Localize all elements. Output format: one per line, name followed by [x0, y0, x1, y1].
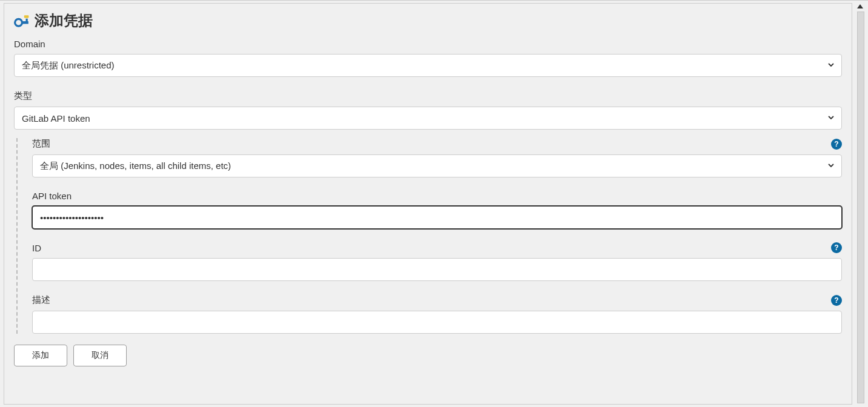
id-input[interactable] — [32, 258, 842, 281]
kind-label: 类型 — [14, 90, 842, 102]
api-token-label: API token — [32, 191, 842, 201]
dialog-title-row: 添加凭据 — [14, 11, 842, 30]
key-icon — [14, 14, 30, 27]
id-label: ID — [32, 243, 41, 253]
domain-select[interactable]: 全局凭据 (unrestricted) — [14, 54, 842, 77]
add-credentials-dialog: 添加凭据 Domain 全局凭据 (unrestricted) 类型 GitLa… — [4, 3, 852, 405]
domain-label: Domain — [14, 39, 842, 49]
svg-rect-3 — [24, 15, 29, 18]
domain-field: Domain 全局凭据 (unrestricted) — [14, 39, 842, 77]
scope-label: 范围 — [32, 138, 50, 150]
help-icon[interactable]: ? — [831, 139, 842, 150]
scope-select[interactable]: 全局 (Jenkins, nodes, items, all child ite… — [32, 154, 842, 177]
svg-point-0 — [15, 19, 22, 26]
api-token-input[interactable] — [32, 206, 842, 229]
add-button[interactable]: 添加 — [14, 345, 67, 366]
scope-field: 范围 ? 全局 (Jenkins, nodes, items, all chil… — [32, 138, 842, 177]
kind-nested-section: 范围 ? 全局 (Jenkins, nodes, items, all chil… — [16, 138, 842, 334]
kind-select[interactable]: GitLab API token — [14, 107, 842, 130]
api-token-field: API token — [32, 191, 842, 229]
scope-select-value: 全局 (Jenkins, nodes, items, all child ite… — [40, 160, 231, 172]
help-icon[interactable]: ? — [831, 295, 842, 306]
vertical-scrollbar[interactable] — [857, 12, 864, 403]
description-label: 描述 — [32, 294, 50, 306]
description-input[interactable] — [32, 311, 842, 334]
help-icon[interactable]: ? — [831, 242, 842, 253]
id-field: ID ? — [32, 242, 842, 281]
scroll-up-arrow-icon[interactable] — [857, 4, 863, 8]
cancel-button[interactable]: 取消 — [73, 345, 127, 366]
domain-select-value: 全局凭据 (unrestricted) — [22, 60, 115, 71]
dialog-title: 添加凭据 — [35, 11, 93, 30]
description-field: 描述 ? — [32, 294, 842, 334]
kind-field: 类型 GitLab API token — [14, 90, 842, 130]
svg-rect-2 — [26, 19, 28, 22]
kind-select-value: GitLab API token — [22, 113, 90, 124]
dialog-button-row: 添加 取消 — [14, 345, 842, 366]
